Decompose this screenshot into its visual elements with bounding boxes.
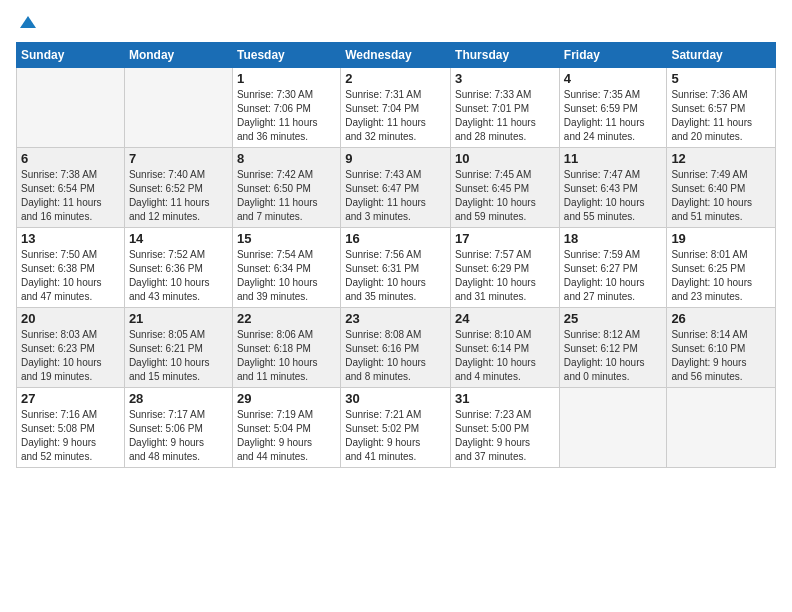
logo-icon (18, 14, 38, 34)
calendar-cell: 2Sunrise: 7:31 AM Sunset: 7:04 PM Daylig… (341, 68, 451, 148)
calendar-cell: 14Sunrise: 7:52 AM Sunset: 6:36 PM Dayli… (124, 228, 232, 308)
calendar-cell: 7Sunrise: 7:40 AM Sunset: 6:52 PM Daylig… (124, 148, 232, 228)
day-info: Sunrise: 7:54 AM Sunset: 6:34 PM Dayligh… (237, 248, 336, 304)
calendar-cell (667, 388, 776, 468)
day-info: Sunrise: 7:56 AM Sunset: 6:31 PM Dayligh… (345, 248, 446, 304)
calendar-cell: 9Sunrise: 7:43 AM Sunset: 6:47 PM Daylig… (341, 148, 451, 228)
calendar-cell: 11Sunrise: 7:47 AM Sunset: 6:43 PM Dayli… (559, 148, 667, 228)
calendar-cell: 19Sunrise: 8:01 AM Sunset: 6:25 PM Dayli… (667, 228, 776, 308)
day-info: Sunrise: 7:45 AM Sunset: 6:45 PM Dayligh… (455, 168, 555, 224)
day-info: Sunrise: 7:33 AM Sunset: 7:01 PM Dayligh… (455, 88, 555, 144)
calendar-header-row: SundayMondayTuesdayWednesdayThursdayFrid… (17, 43, 776, 68)
day-info: Sunrise: 8:10 AM Sunset: 6:14 PM Dayligh… (455, 328, 555, 384)
day-info: Sunrise: 7:19 AM Sunset: 5:04 PM Dayligh… (237, 408, 336, 464)
calendar-cell: 13Sunrise: 7:50 AM Sunset: 6:38 PM Dayli… (17, 228, 125, 308)
weekday-header-saturday: Saturday (667, 43, 776, 68)
day-number: 1 (237, 71, 336, 86)
day-number: 4 (564, 71, 663, 86)
day-info: Sunrise: 7:52 AM Sunset: 6:36 PM Dayligh… (129, 248, 228, 304)
calendar-cell: 28Sunrise: 7:17 AM Sunset: 5:06 PM Dayli… (124, 388, 232, 468)
calendar-cell: 20Sunrise: 8:03 AM Sunset: 6:23 PM Dayli… (17, 308, 125, 388)
day-info: Sunrise: 7:35 AM Sunset: 6:59 PM Dayligh… (564, 88, 663, 144)
calendar-cell: 25Sunrise: 8:12 AM Sunset: 6:12 PM Dayli… (559, 308, 667, 388)
day-info: Sunrise: 8:14 AM Sunset: 6:10 PM Dayligh… (671, 328, 771, 384)
weekday-header-tuesday: Tuesday (232, 43, 340, 68)
header (16, 10, 776, 36)
calendar-cell: 8Sunrise: 7:42 AM Sunset: 6:50 PM Daylig… (232, 148, 340, 228)
calendar-cell (559, 388, 667, 468)
calendar-cell: 22Sunrise: 8:06 AM Sunset: 6:18 PM Dayli… (232, 308, 340, 388)
day-info: Sunrise: 7:31 AM Sunset: 7:04 PM Dayligh… (345, 88, 446, 144)
day-info: Sunrise: 7:16 AM Sunset: 5:08 PM Dayligh… (21, 408, 120, 464)
svg-marker-0 (20, 16, 36, 28)
calendar-cell: 31Sunrise: 7:23 AM Sunset: 5:00 PM Dayli… (451, 388, 560, 468)
day-number: 17 (455, 231, 555, 246)
day-info: Sunrise: 7:49 AM Sunset: 6:40 PM Dayligh… (671, 168, 771, 224)
calendar-week-row: 1Sunrise: 7:30 AM Sunset: 7:06 PM Daylig… (17, 68, 776, 148)
calendar-week-row: 6Sunrise: 7:38 AM Sunset: 6:54 PM Daylig… (17, 148, 776, 228)
day-info: Sunrise: 8:01 AM Sunset: 6:25 PM Dayligh… (671, 248, 771, 304)
day-info: Sunrise: 7:36 AM Sunset: 6:57 PM Dayligh… (671, 88, 771, 144)
calendar-cell: 23Sunrise: 8:08 AM Sunset: 6:16 PM Dayli… (341, 308, 451, 388)
day-number: 27 (21, 391, 120, 406)
day-number: 21 (129, 311, 228, 326)
calendar-week-row: 13Sunrise: 7:50 AM Sunset: 6:38 PM Dayli… (17, 228, 776, 308)
day-info: Sunrise: 7:23 AM Sunset: 5:00 PM Dayligh… (455, 408, 555, 464)
day-info: Sunrise: 7:17 AM Sunset: 5:06 PM Dayligh… (129, 408, 228, 464)
weekday-header-thursday: Thursday (451, 43, 560, 68)
calendar-cell (17, 68, 125, 148)
calendar-cell: 29Sunrise: 7:19 AM Sunset: 5:04 PM Dayli… (232, 388, 340, 468)
logo (16, 14, 38, 36)
calendar-cell: 27Sunrise: 7:16 AM Sunset: 5:08 PM Dayli… (17, 388, 125, 468)
day-number: 18 (564, 231, 663, 246)
day-info: Sunrise: 7:43 AM Sunset: 6:47 PM Dayligh… (345, 168, 446, 224)
day-number: 10 (455, 151, 555, 166)
day-number: 25 (564, 311, 663, 326)
day-number: 24 (455, 311, 555, 326)
day-info: Sunrise: 7:38 AM Sunset: 6:54 PM Dayligh… (21, 168, 120, 224)
day-info: Sunrise: 8:03 AM Sunset: 6:23 PM Dayligh… (21, 328, 120, 384)
day-info: Sunrise: 8:06 AM Sunset: 6:18 PM Dayligh… (237, 328, 336, 384)
day-number: 13 (21, 231, 120, 246)
day-number: 9 (345, 151, 446, 166)
calendar-cell: 10Sunrise: 7:45 AM Sunset: 6:45 PM Dayli… (451, 148, 560, 228)
day-number: 15 (237, 231, 336, 246)
day-info: Sunrise: 7:42 AM Sunset: 6:50 PM Dayligh… (237, 168, 336, 224)
logo-text (16, 14, 38, 36)
day-number: 8 (237, 151, 336, 166)
calendar-cell: 3Sunrise: 7:33 AM Sunset: 7:01 PM Daylig… (451, 68, 560, 148)
weekday-header-wednesday: Wednesday (341, 43, 451, 68)
calendar-cell: 1Sunrise: 7:30 AM Sunset: 7:06 PM Daylig… (232, 68, 340, 148)
calendar-week-row: 27Sunrise: 7:16 AM Sunset: 5:08 PM Dayli… (17, 388, 776, 468)
calendar-cell: 4Sunrise: 7:35 AM Sunset: 6:59 PM Daylig… (559, 68, 667, 148)
day-number: 5 (671, 71, 771, 86)
day-number: 7 (129, 151, 228, 166)
calendar-cell: 6Sunrise: 7:38 AM Sunset: 6:54 PM Daylig… (17, 148, 125, 228)
calendar-cell: 15Sunrise: 7:54 AM Sunset: 6:34 PM Dayli… (232, 228, 340, 308)
day-number: 19 (671, 231, 771, 246)
day-number: 16 (345, 231, 446, 246)
day-number: 2 (345, 71, 446, 86)
weekday-header-monday: Monday (124, 43, 232, 68)
day-info: Sunrise: 7:47 AM Sunset: 6:43 PM Dayligh… (564, 168, 663, 224)
calendar-cell: 24Sunrise: 8:10 AM Sunset: 6:14 PM Dayli… (451, 308, 560, 388)
day-number: 30 (345, 391, 446, 406)
day-info: Sunrise: 8:08 AM Sunset: 6:16 PM Dayligh… (345, 328, 446, 384)
day-number: 12 (671, 151, 771, 166)
day-number: 11 (564, 151, 663, 166)
day-number: 28 (129, 391, 228, 406)
day-number: 29 (237, 391, 336, 406)
calendar-table: SundayMondayTuesdayWednesdayThursdayFrid… (16, 42, 776, 468)
day-info: Sunrise: 7:57 AM Sunset: 6:29 PM Dayligh… (455, 248, 555, 304)
day-info: Sunrise: 7:30 AM Sunset: 7:06 PM Dayligh… (237, 88, 336, 144)
day-number: 3 (455, 71, 555, 86)
day-info: Sunrise: 7:40 AM Sunset: 6:52 PM Dayligh… (129, 168, 228, 224)
day-info: Sunrise: 7:59 AM Sunset: 6:27 PM Dayligh… (564, 248, 663, 304)
calendar-cell: 26Sunrise: 8:14 AM Sunset: 6:10 PM Dayli… (667, 308, 776, 388)
day-number: 20 (21, 311, 120, 326)
calendar-cell: 17Sunrise: 7:57 AM Sunset: 6:29 PM Dayli… (451, 228, 560, 308)
day-number: 26 (671, 311, 771, 326)
day-number: 6 (21, 151, 120, 166)
day-info: Sunrise: 7:21 AM Sunset: 5:02 PM Dayligh… (345, 408, 446, 464)
calendar-cell: 30Sunrise: 7:21 AM Sunset: 5:02 PM Dayli… (341, 388, 451, 468)
